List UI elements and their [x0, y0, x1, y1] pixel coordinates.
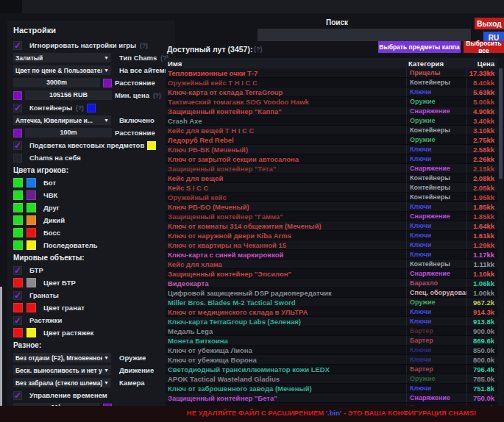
table-row[interactable]: Ключ от комнаты 314 общежития (Меченый)К…: [166, 221, 497, 231]
checkbox-checked[interactable]: ✓: [13, 391, 22, 400]
drop-all-button[interactable]: Выбросить все: [464, 41, 504, 53]
table-row[interactable]: Ледоруб Red RebelОружие2.75kk: [166, 135, 497, 145]
help-icon: (?): [76, 104, 84, 112]
color-swatch[interactable]: [13, 190, 23, 200]
table-row[interactable]: Тактический томагавк SOG Voodoo HawkОруж…: [166, 97, 497, 107]
table-row[interactable]: APOK Tactical Wasteland GladiusОружие785…: [166, 374, 497, 384]
dropdown-value: Залитый: [15, 54, 43, 62]
table-row[interactable]: Монета БиткоинаБартер869.6k: [166, 336, 497, 346]
table-row[interactable]: Цифровой защищенный DSP радиопередатчикС…: [166, 288, 497, 298]
settings-scrollbar[interactable]: [0, 287, 2, 406]
table-scrollbar-thumb[interactable]: [499, 68, 503, 179]
color-swatch[interactable]: [26, 178, 36, 187]
color-swatch[interactable]: [26, 190, 36, 200]
settings-rows: ✓Игнорировать настройки игры(?)Залитый▼Т…: [13, 39, 169, 414]
settings-row-input: 105156 RUBМин. цена(?): [13, 89, 169, 101]
table-row[interactable]: Светодиодный трансиллюминатор кожи LEDXБ…: [166, 365, 497, 374]
settings-row-colorpair: Последователь: [13, 239, 169, 251]
color-swatch[interactable]: [13, 129, 22, 137]
table-row[interactable]: Ключ от убежища ВоронаКлючи800.0k: [166, 355, 497, 365]
value-input[interactable]: 3000m: [13, 78, 100, 87]
dropdown[interactable]: Аптечка, Ювелирные и...▼: [13, 115, 111, 125]
table-row[interactable]: Оружейный кейс Т Н I С СКонтейнеры8.40kk: [166, 78, 497, 87]
checkbox-checked[interactable]: ✓: [13, 266, 22, 275]
color-swatch[interactable]: [13, 240, 23, 250]
exit-button[interactable]: Выход: [475, 18, 504, 29]
color-swatch[interactable]: [26, 215, 36, 225]
table-row[interactable]: Медаль LegaБартер900.0k: [166, 326, 497, 336]
item-name: Защищенный контейнер "Гамма": [166, 212, 406, 221]
color-swatch[interactable]: [26, 203, 36, 212]
color-swatch[interactable]: [13, 228, 23, 237]
color-swatch[interactable]: [13, 203, 23, 212]
item-name: Светодиодный трансиллюминатор кожи LEDX: [166, 365, 406, 373]
table-row[interactable]: Ключ от заброшенного завода (Меченый)Клю…: [166, 384, 497, 393]
item-name: Miller Bros. Blades M-2 Tactical Sword: [166, 298, 406, 307]
item-price: 17.33kk: [466, 68, 497, 77]
color-swatch[interactable]: [13, 328, 23, 337]
table-row[interactable]: Ключ от убежища ЛионаКлючи850.0k: [166, 346, 497, 355]
color-swatch[interactable]: [13, 278, 23, 287]
dropdown[interactable]: Залитый▼: [13, 53, 111, 62]
title-bar-corner: [0, 0, 22, 13]
table-row[interactable]: Защищенный контейнер "Бета"Снаряжение750…: [166, 393, 497, 403]
table-row[interactable]: Ключ РБ-БК (Меченый)Ключи2.58kk: [166, 145, 497, 154]
color-swatch[interactable]: [26, 228, 36, 237]
select-kappa-items-button[interactable]: Выбрать предметы каппа: [378, 41, 461, 53]
item-price: 1.29kk: [466, 240, 497, 249]
checkbox-checked[interactable]: ✓: [13, 291, 22, 300]
dropdown-value: Без забрала (стекло шлема): [15, 379, 102, 387]
color-swatch[interactable]: [26, 240, 36, 250]
table-row[interactable]: Ключ от квартиры на Чеканной 15Ключи1.29…: [166, 240, 497, 250]
color-swatch[interactable]: [13, 303, 23, 312]
table-row[interactable]: Оружейный кейсКонтейнеры1.95kk: [166, 193, 497, 202]
table-row[interactable]: Crash AxeОружие3.40kk: [166, 116, 497, 126]
table-row[interactable]: Кейс для вещейКонтейнеры2.08kk: [166, 174, 497, 183]
table-row[interactable]: Ключ-карта от склада TerraGroupКлючи5.63…: [166, 87, 497, 97]
color-swatch[interactable]: [87, 104, 96, 112]
table-row[interactable]: Защищенный контейнер "Эпсилон"Снаряжение…: [166, 269, 497, 279]
dropdown[interactable]: Без отдачи (F2), Мгновенное п▼: [13, 353, 111, 362]
value-input[interactable]: 100m: [25, 128, 112, 137]
setting-label: Растяжки: [29, 316, 62, 324]
item-name: Защищенный контейнер "Бета": [166, 394, 406, 402]
table-row[interactable]: Защищенный контейнер "Каппа"Снаряжение4.…: [166, 107, 497, 116]
table-row[interactable]: Защищенный контейнер "Гамма"Снаряжение1.…: [166, 212, 497, 221]
dropdown[interactable]: Беск. выносливость и нет уста▼: [13, 365, 111, 375]
color-swatch[interactable]: [147, 141, 156, 150]
table-row[interactable]: Ключ от наружной двери Kiba ArmsКлючи1.6…: [166, 231, 497, 240]
value-input[interactable]: 105156 RUB: [25, 90, 112, 100]
dropdown[interactable]: Цвет по цене & Пользователь▼: [13, 65, 111, 75]
settings-row-colorpair: Цвет БТР: [13, 276, 169, 289]
table-row[interactable]: Miller Bros. Blades M-2 Tactical SwordОр…: [166, 298, 497, 307]
table-row[interactable]: Кейс для вещей Т Н I С СКонтейнеры3.10kk: [166, 126, 497, 135]
table-row[interactable]: Защищенный контейнер "Тета"Снаряжение2.1…: [166, 164, 497, 174]
table-row[interactable]: Ключ от медицинского склада в УЛЬТРАКлюч…: [166, 307, 497, 317]
table-row[interactable]: Ключ-карта TerraGroup Labs (Зеленая)Ключ…: [166, 317, 497, 326]
table-row[interactable]: Тепловизионные очки Т-7Прицелы17.33kk: [166, 68, 497, 78]
color-swatch[interactable]: [13, 91, 22, 100]
color-swatch[interactable]: [26, 303, 36, 312]
table-row[interactable]: Ключ РБ-БО (Меченый)Ключи1.85kk: [166, 202, 497, 212]
table-row[interactable]: Кейс S I C CКонтейнеры2.05kk: [166, 183, 497, 193]
dropdown[interactable]: Без забрала (стекло шлема)▼: [13, 378, 111, 387]
table-row[interactable]: ВидеокартаБарахло1.06kk: [166, 279, 497, 288]
color-swatch[interactable]: [13, 215, 23, 225]
color-swatch[interactable]: [103, 79, 112, 87]
color-swatch[interactable]: [26, 328, 36, 337]
table-row[interactable]: Ключ-карта с синей маркировкойКлючи1.17k…: [166, 250, 497, 260]
search-input[interactable]: [258, 29, 471, 41]
table-row[interactable]: Кейс для хламаКонтейнеры1.11kk: [166, 260, 497, 269]
checkbox-unchecked[interactable]: [13, 154, 22, 162]
setting-label: Подсветка квестовых предметов: [29, 141, 144, 149]
settings-row-section: Разное:: [13, 339, 169, 351]
checkbox-checked[interactable]: ✓: [13, 104, 22, 112]
color-swatch[interactable]: [26, 278, 36, 287]
checkbox-checked[interactable]: ✓: [13, 41, 22, 50]
table-scrollbar[interactable]: [498, 58, 503, 406]
checkbox-checked[interactable]: ✓: [13, 316, 22, 325]
table-row[interactable]: Ключ от закрытой секции автосалонаКлючи2…: [166, 154, 497, 164]
color-swatch[interactable]: [13, 178, 23, 187]
checkbox-checked[interactable]: ✓: [13, 141, 22, 150]
item-category: Ключи: [406, 145, 466, 154]
